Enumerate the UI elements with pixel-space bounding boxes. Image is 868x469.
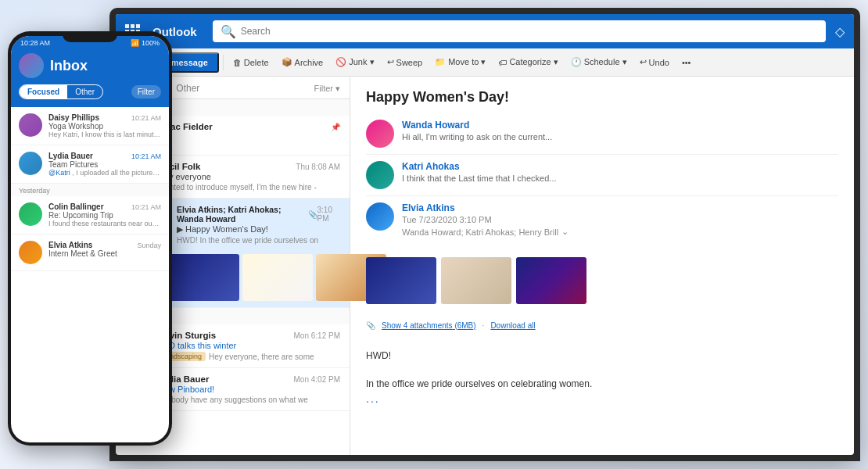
schedule-icon: 🕐 [571, 57, 582, 67]
outlook-ribbon: ☰ New message 🗑 Delete 📦 Archive 🚫 Junk … [116, 48, 854, 77]
mail-subject: Yoga Workshop [48, 122, 161, 131]
categorize-button[interactable]: 🏷 Categorize ▾ [493, 54, 563, 70]
photo-thumb-1 [366, 257, 436, 304]
archive-icon: 📦 [282, 57, 292, 67]
schedule-button[interactable]: 🕐 Schedule ▾ [565, 54, 633, 70]
phone-time: 10:28 AM [20, 39, 50, 47]
mail-subject: Re: Upcoming Trip [48, 211, 161, 220]
delete-icon: 🗑 [233, 58, 242, 67]
mail-name: Elvia Atkins [48, 241, 92, 249]
categorize-icon: 🏷 [498, 58, 507, 67]
search-bar[interactable]: 🔍 [213, 20, 826, 42]
phone-tabs: Focused Other Filter [19, 84, 161, 99]
mail-preview: @Katri , I uploaded all the pictures fro… [48, 169, 161, 177]
search-icon: 🔍 [221, 24, 236, 39]
delete-button[interactable]: 🗑 Delete [228, 55, 274, 70]
reading-email-detail: Elvia Atkins Tue 7/23/2020 3:10 PM Wanda… [366, 196, 838, 414]
reading-participant: Katri Ahokas I think that the Last time … [366, 155, 838, 196]
phone-inbox-label: Inbox [50, 58, 88, 74]
email-photo-thumb [242, 254, 313, 301]
mail-preview-rest: , I uploaded all the pictures fro... [72, 169, 161, 177]
participant-avatar [366, 120, 394, 148]
avatar [19, 152, 42, 175]
filter-label: Filter [314, 84, 333, 93]
phone-mail-list: Daisy Phillips 10:21 AM Yoga Workshop He… [11, 107, 169, 271]
expand-recipients-icon[interactable]: ⌄ [561, 227, 569, 237]
participant-info: Katri Ahokas I think that the Last time … [402, 161, 557, 183]
phone-mail-item[interactable]: Daisy Phillips 10:21 AM Yoga Workshop He… [11, 107, 169, 145]
email-body: Lydia Bauer Mon 4:02 PM New Pinboard! An… [158, 374, 340, 404]
scene: Outlook 🔍 ◇ ☰ New message 🗑 Delete 📦 Arc… [0, 0, 868, 469]
tab-other[interactable]: Other [176, 83, 199, 98]
phone-filter-button[interactable]: Filter [131, 85, 161, 98]
photo-attachments [366, 257, 586, 304]
search-input[interactable] [241, 26, 818, 37]
move-icon: 📁 [435, 57, 446, 67]
email-body: Kevin Sturgis Mon 6:12 PM TED talks this… [158, 331, 340, 361]
filter-chevron-icon: ▾ [335, 84, 340, 94]
participant-preview: I think that the Last time that I checke… [402, 174, 557, 183]
phone-mail-item[interactable]: Elvia Atkins Sunday Intern Meet & Greet [11, 234, 169, 271]
phone-tab-focused[interactable]: Focused [20, 85, 67, 98]
mail-content: Lydia Bauer 10:21 AM Team Pictures @Katr… [48, 152, 161, 177]
sweep-button[interactable]: ↩ Sweep [382, 54, 429, 70]
download-all-link[interactable]: Download all [490, 321, 535, 330]
mail-name: Daisy Phillips [48, 113, 99, 122]
undo-button[interactable]: ↩ Undo [634, 54, 675, 70]
email-preview: Wanted to introduce myself, I'm the new … [158, 183, 340, 192]
email-body: Isaac Fielder 📌 [158, 122, 340, 132]
email-time: 3:10 PM [317, 206, 340, 223]
email-to: Wanda Howard; Katri Ahokas; Henry Brill … [402, 227, 569, 237]
filter-button[interactable]: Filter ▾ [314, 84, 340, 98]
move-to-button[interactable]: 📁 Move to ▾ [429, 54, 491, 70]
mail-preview: Hey Katri, I know this is last minute, d… [48, 131, 161, 138]
reading-subject: Happy Women's Day! [366, 89, 838, 106]
sender-avatar [366, 202, 394, 231]
show-attachments-link[interactable]: Show 4 attachments (6MB) [382, 321, 476, 330]
participant-name: Wanda Howard [402, 120, 552, 131]
attachment-info: 📎 Show 4 attachments (6MB) · Download al… [366, 321, 536, 330]
more-button[interactable]: ••• [676, 55, 697, 70]
avatar [19, 202, 42, 226]
participant-name: Katri Ahokas [402, 161, 557, 172]
email-photo-thumb [169, 254, 239, 301]
archive-button[interactable]: 📦 Archive [276, 54, 329, 70]
participant-info: Wanda Howard Hi all, I'm writing to ask … [402, 120, 552, 141]
phone-tab-other[interactable]: Other [67, 85, 102, 98]
email-preview: Hey everyone, there are some [209, 353, 340, 361]
email-subject: Hey everyone [158, 172, 340, 181]
outlook-topbar: Outlook 🔍 ◇ [116, 14, 854, 48]
photo-thumb-2 [441, 257, 511, 304]
email-time: Mon 6:12 PM [294, 331, 340, 340]
phone-user-avatar [19, 53, 44, 78]
email-time: Mon 4:02 PM [294, 375, 340, 384]
email-time: Thu 8:08 AM [296, 163, 340, 171]
phone-header: Inbox Focused Other Filter [11, 48, 169, 107]
laptop-screen: Outlook 🔍 ◇ ☰ New message 🗑 Delete 📦 Arc… [116, 14, 854, 455]
sender-info: Elvia Atkins Tue 7/23/2020 3:10 PM Wanda… [402, 202, 569, 243]
diamond-icon: ◇ [835, 24, 845, 39]
to-recipients: Wanda Howard; Katri Ahokas; Henry Brill [402, 227, 558, 237]
reading-pane: Happy Women's Day! Wanda Howard Hi all, … [350, 77, 854, 455]
phone-notch [63, 31, 117, 42]
mail-time: 10:21 AM [131, 152, 161, 160]
email-body-text: HWD! In the office we pride ourselves on… [366, 349, 592, 407]
mail-mention: @Katri [48, 169, 70, 177]
email-preview: HWD! In the office we pride ourselves on [177, 236, 340, 245]
mail-content: Colin Ballinger 10:21 AM Re: Upcoming Tr… [48, 202, 161, 227]
junk-icon: 🚫 [335, 57, 346, 67]
phone-mail-item[interactable]: Colin Ballinger 10:21 AM Re: Upcoming Tr… [11, 196, 169, 234]
phone-signal-battery: 📶 100% [131, 39, 160, 47]
phone-header-title: Inbox [19, 53, 161, 78]
phone-yesterday-label: Yesterday [11, 184, 169, 196]
avatar [19, 113, 42, 137]
email-subject: New Pinboard! [158, 385, 340, 394]
laptop: Outlook 🔍 ◇ ☰ New message 🗑 Delete 📦 Arc… [109, 8, 860, 461]
mail-name: Lydia Bauer [48, 152, 93, 160]
mail-time: Sunday [137, 242, 161, 249]
junk-button[interactable]: 🚫 Junk ▾ [330, 54, 379, 70]
phone-mail-item[interactable]: Lydia Bauer 10:21 AM Team Pictures @Katr… [11, 145, 169, 184]
email-body: Cecil Folk Thu 8:08 AM Hey everyone Want… [158, 162, 340, 192]
phone: 10:28 AM 📶 100% Inbox Focused Other Filt… [8, 31, 172, 446]
attach-separator: · [482, 321, 485, 330]
